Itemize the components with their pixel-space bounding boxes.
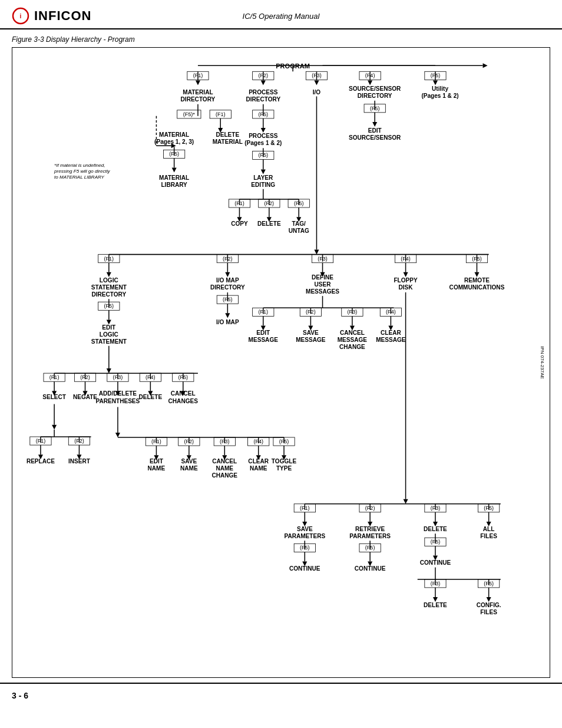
svg-marker-4 <box>483 63 488 68</box>
svg-marker-114 <box>225 272 230 277</box>
svg-text:(F2): (F2) <box>74 438 84 444</box>
svg-text:SAVE: SAVE <box>181 458 197 465</box>
svg-text:PROCESS: PROCESS <box>249 89 277 95</box>
svg-text:(F1): (F1) <box>193 73 203 78</box>
svg-text:(F2): (F2) <box>184 439 194 444</box>
svg-text:CHANGE: CHANGE <box>339 344 365 350</box>
diagram-svg: PROGRAM (F1) (F2) (F3) (F4) <box>12 48 550 677</box>
svg-text:FILES: FILES <box>480 609 497 615</box>
svg-text:SOURCE/SENSOR: SOURCE/SENSOR <box>349 134 401 141</box>
logo-icon: i <box>12 7 29 25</box>
svg-text:(F3): (F3) <box>431 581 441 587</box>
svg-marker-109 <box>107 272 111 277</box>
svg-text:(F3): (F3) <box>312 73 322 78</box>
svg-text:(F5): (F5) <box>169 151 179 157</box>
svg-text:CONTINUE: CONTINUE <box>420 559 451 566</box>
logo-area: i INFICON <box>12 7 91 25</box>
svg-text:EDIT: EDIT <box>102 324 116 331</box>
svg-text:(Pages 1 & 2): (Pages 1 & 2) <box>244 140 282 146</box>
svg-text:MATERIAL: MATERIAL <box>183 89 213 95</box>
svg-text:DELETE: DELETE <box>138 394 162 400</box>
svg-text:PARAMETERS: PARAMETERS <box>349 533 391 539</box>
svg-text:RETRIEVE: RETRIEVE <box>355 526 385 532</box>
svg-marker-103 <box>314 250 319 255</box>
page: i INFICON IC/5 Operating Manual Figure 3… <box>0 0 562 728</box>
svg-text:NEGATE: NEGATE <box>73 394 97 400</box>
svg-text:CANCEL: CANCEL <box>340 330 365 336</box>
svg-text:(F5): (F5) <box>365 545 375 551</box>
svg-text:COMMUNICATIONS: COMMUNICATIONS <box>449 284 505 291</box>
svg-text:STATEMENT: STATEMENT <box>91 284 127 291</box>
figure-caption: Figure 3-3 Display Hierarchy - Program <box>0 29 562 47</box>
svg-text:LOGIC: LOGIC <box>100 331 118 338</box>
svg-text:i: i <box>20 13 22 19</box>
svg-text:(F1): (F1) <box>300 505 310 511</box>
svg-text:LIBRARY: LIBRARY <box>161 182 187 188</box>
svg-text:NAME: NAME <box>216 465 233 472</box>
svg-text:(F5): (F5) <box>300 545 310 551</box>
svg-text:CLEAR: CLEAR <box>381 330 401 336</box>
svg-text:CHANGE: CHANGE <box>211 472 237 479</box>
svg-text:(F4): (F4) <box>386 309 396 315</box>
footer: 3 - 6 <box>0 683 562 707</box>
svg-text:DELETE: DELETE <box>424 602 447 608</box>
svg-marker-332 <box>433 597 438 602</box>
svg-text:(F2): (F2) <box>258 73 268 78</box>
svg-text:REPLACE: REPLACE <box>27 458 55 465</box>
svg-text:MESSAGES: MESSAGES <box>306 288 339 295</box>
svg-text:TYPE: TYPE <box>276 465 292 472</box>
svg-marker-154 <box>225 313 230 318</box>
svg-text:(F5): (F5) <box>258 111 268 117</box>
svg-text:(F4): (F4) <box>146 374 156 380</box>
svg-text:COPY: COPY <box>231 220 248 227</box>
diagram-container: PROGRAM (F1) (F2) (F3) (F4) <box>12 47 550 678</box>
svg-text:FILES: FILES <box>480 533 497 539</box>
svg-marker-337 <box>487 597 491 602</box>
svg-text:DELETE: DELETE <box>424 526 447 532</box>
svg-text:(F5): (F5) <box>223 297 233 302</box>
svg-text:(F2): (F2) <box>223 256 233 262</box>
svg-text:MATERIAL: MATERIAL <box>213 139 243 145</box>
svg-text:CONTINUE: CONTINUE <box>289 565 320 572</box>
svg-marker-18 <box>368 80 372 85</box>
svg-text:(F2): (F2) <box>365 505 375 511</box>
svg-text:STATEMENT: STATEMENT <box>91 338 127 345</box>
svg-text:(Pages 1 & 2): (Pages 1 & 2) <box>421 93 458 99</box>
svg-text:(F3): (F3) <box>348 309 358 315</box>
svg-text:CANCEL: CANCEL <box>171 390 196 397</box>
svg-text:NAME: NAME <box>148 465 166 472</box>
svg-text:(F3): (F3) <box>318 256 328 262</box>
svg-text:MESSAGE: MESSAGE <box>296 337 326 343</box>
svg-text:(F1): (F1) <box>36 438 46 444</box>
svg-text:INSERT: INSERT <box>68 458 91 465</box>
svg-marker-188 <box>107 368 111 373</box>
svg-text:(F5)*: (F5)* <box>183 111 196 117</box>
svg-marker-124 <box>404 272 408 277</box>
svg-text:pressing F5 will go directly: pressing F5 will go directly <box>54 169 110 174</box>
svg-text:TAG/: TAG/ <box>292 220 306 227</box>
svg-text:(F1): (F1) <box>49 374 59 380</box>
svg-text:EDIT: EDIT <box>150 458 164 465</box>
svg-text:(F5): (F5) <box>258 152 268 158</box>
svg-text:(F4): (F4) <box>253 439 263 444</box>
svg-text:DELETE: DELETE <box>216 131 239 138</box>
svg-text:(F1): (F1) <box>258 309 268 315</box>
svg-text:DIRECTORY: DIRECTORY <box>210 284 245 291</box>
svg-text:(F3): (F3) <box>113 374 123 380</box>
svg-text:(F3): (F3) <box>431 505 441 511</box>
svg-text:to MATERIAL LIBRARY: to MATERIAL LIBRARY <box>54 174 104 180</box>
svg-marker-129 <box>474 272 479 277</box>
svg-text:PARAMETERS: PARAMETERS <box>284 533 325 539</box>
svg-text:CANCEL: CANCEL <box>212 458 237 465</box>
svg-text:(F1): (F1) <box>234 200 244 206</box>
svg-text:Utility: Utility <box>432 85 448 92</box>
svg-text:REMOTE: REMOTE <box>464 277 490 284</box>
svg-marker-239 <box>115 433 120 437</box>
svg-text:I/O MAP: I/O MAP <box>216 277 239 284</box>
svg-text:(F5): (F5) <box>484 581 494 587</box>
svg-text:(F1): (F1) <box>216 111 226 117</box>
svg-text:NAME: NAME <box>180 465 198 472</box>
svg-text:SAVE: SAVE <box>303 330 319 336</box>
svg-text:DIRECTORY: DIRECTORY <box>358 93 392 99</box>
svg-text:SELECT: SELECT <box>42 394 67 400</box>
